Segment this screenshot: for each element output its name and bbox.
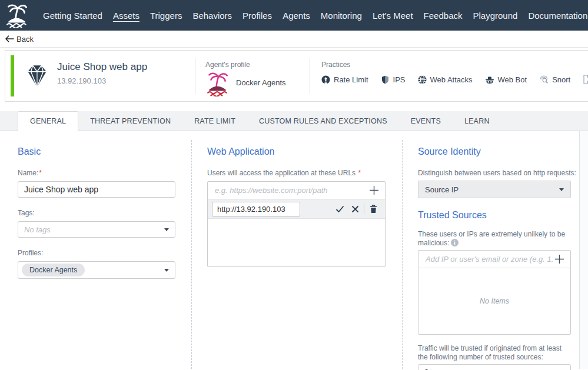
practice-label: Snort	[552, 75, 570, 84]
fingerprint-magnifier-icon	[539, 75, 549, 84]
profile-chip[interactable]: Docker Agents	[22, 264, 85, 276]
scrollbar-gutter[interactable]	[579, 131, 588, 369]
plus-icon	[369, 185, 379, 195]
check-icon	[335, 205, 344, 213]
back-arrow-icon[interactable]	[5, 35, 14, 42]
confirm-url-button[interactable]	[332, 202, 347, 216]
url-add-row	[208, 182, 385, 199]
file-icon	[583, 75, 588, 84]
practices-label: Practices	[321, 61, 350, 69]
distinguish-label: Distinguish between users based on http …	[418, 169, 571, 178]
app-root: Getting Started Assets Triggers Behavior…	[0, 0, 588, 369]
min-trusted-sources-label: Traffic will be trusted if originated fr…	[418, 344, 571, 362]
trusted-sources-heading: Trusted Sources	[418, 209, 571, 221]
tab-threat-prevention[interactable]: THREAT PREVENTION	[78, 111, 182, 131]
profiles-label: Profiles:	[18, 249, 175, 258]
gauge-icon	[321, 75, 330, 84]
trusted-source-add-row	[418, 251, 570, 268]
practice-ips: IPS	[381, 75, 406, 84]
divider	[310, 58, 310, 94]
nav-item-profiles[interactable]: Profiles	[242, 11, 272, 21]
name-label-text: Name:	[18, 169, 38, 177]
tab-general[interactable]: GENERAL	[18, 111, 78, 131]
name-input[interactable]	[18, 181, 175, 198]
nav-item-playground[interactable]: Playground	[473, 11, 517, 21]
practice-label: IPS	[393, 75, 406, 84]
asset-ip: 13.92.190.103	[57, 76, 106, 85]
url-list	[207, 181, 386, 267]
practice-file-security: File Security	[583, 75, 588, 84]
nav-item-assets[interactable]: Assets	[113, 11, 139, 21]
add-url-button[interactable]	[369, 185, 379, 195]
practice-snort: Snort	[539, 75, 570, 84]
practice-rate-limit: Rate Limit	[321, 75, 368, 84]
profiles-dropdown[interactable]: Docker Agents	[18, 261, 175, 279]
chevron-down-icon	[164, 228, 169, 231]
nav-item-agents[interactable]: Agents	[283, 11, 310, 21]
web-application-heading: Web Application	[207, 146, 386, 158]
nav-item-triggers[interactable]: Triggers	[150, 11, 182, 21]
back-link[interactable]: Back	[16, 35, 34, 44]
globe-icon	[418, 75, 427, 84]
tab-rate-limit[interactable]: RATE LIMIT	[182, 111, 247, 131]
divider	[364, 204, 364, 214]
info-icon[interactable]	[451, 239, 459, 246]
shield-icon	[381, 75, 390, 84]
gem-icon	[23, 62, 51, 90]
x-icon	[351, 205, 359, 213]
nav-item-feedback[interactable]: Feedback	[424, 11, 463, 21]
nav-item-lets-meet[interactable]: Let's Meet	[373, 11, 413, 21]
tags-dropdown[interactable]: No tags	[18, 221, 175, 238]
column-divider	[191, 140, 192, 369]
nav-item-behaviors[interactable]: Behaviors	[192, 11, 232, 21]
nav-item-documentation[interactable]: Documentation	[528, 11, 587, 21]
source-identity-select[interactable]: Source IP	[418, 181, 571, 198]
tab-strip: GENERAL THREAT PREVENTION RATE LIMIT CUS…	[0, 111, 588, 131]
required-marker: *	[39, 169, 42, 177]
source-identity-section: Source Identity Distinguish between user…	[418, 131, 571, 370]
top-nav: Getting Started Assets Triggers Behavior…	[0, 0, 588, 31]
nav-item-monitoring[interactable]: Monitoring	[321, 11, 362, 21]
no-items-text: No Items	[480, 297, 509, 305]
chevron-down-icon	[559, 188, 564, 191]
source-identity-heading: Source Identity	[418, 146, 571, 158]
name-label: Name:*	[18, 169, 175, 178]
trusted-sources-empty-area: No Items	[418, 268, 570, 334]
basic-heading: Basic	[18, 146, 175, 158]
url-list-empty-area	[208, 219, 385, 266]
tab-events[interactable]: EVENTS	[399, 111, 453, 131]
nav-item-getting-started[interactable]: Getting Started	[43, 11, 102, 21]
island-palm-icon	[205, 71, 230, 96]
tab-custom-rules-and-exceptions[interactable]: CUSTOM RULES AND EXCEPTIONS	[247, 111, 399, 131]
general-tab-content: Basic Name:* Tags: No tags Profiles: Doc…	[0, 131, 588, 369]
agent-profile-value[interactable]: Docker Agents	[236, 78, 286, 87]
url-add-input[interactable]	[214, 185, 369, 195]
trusted-sources-description: These users or IPs are extremely unlikel…	[418, 230, 571, 248]
source-identity-value: Source IP	[425, 185, 459, 194]
asset-header-card: Juice Shop web app 13.92.190.103 Agent's…	[5, 50, 588, 102]
asset-title: Juice Shop web app	[57, 61, 147, 73]
tags-placeholder: No tags	[24, 225, 51, 234]
urls-label-text: Users will access the application at the…	[207, 169, 356, 177]
add-trusted-source-button[interactable]	[554, 254, 564, 264]
delete-url-button[interactable]	[366, 202, 381, 216]
cancel-url-button[interactable]	[347, 202, 363, 216]
url-edit-input[interactable]	[212, 202, 300, 216]
url-edit-row	[208, 199, 385, 219]
trusted-source-add-input[interactable]	[424, 254, 554, 264]
practice-label: Web Attacks	[430, 75, 473, 84]
practices-row: Rate Limit IPS	[321, 75, 588, 84]
back-bar: Back	[0, 31, 588, 48]
practice-label: Rate Limit	[334, 75, 368, 84]
required-marker: *	[358, 169, 361, 177]
trusted-sources-list: No Items	[418, 250, 571, 335]
web-application-section: Web Application Users will access the ap…	[207, 131, 386, 267]
spy-bot-icon	[485, 75, 494, 84]
practice-web-bot: Web Bot	[485, 75, 527, 84]
tab-learn[interactable]: LEARN	[453, 111, 501, 131]
status-bar-green	[11, 55, 14, 96]
column-divider	[402, 140, 403, 369]
island-palm-logo-icon	[5, 2, 29, 28]
min-trusted-sources-input[interactable]	[418, 364, 571, 370]
agent-profile-label: Agent's profile	[205, 61, 250, 69]
